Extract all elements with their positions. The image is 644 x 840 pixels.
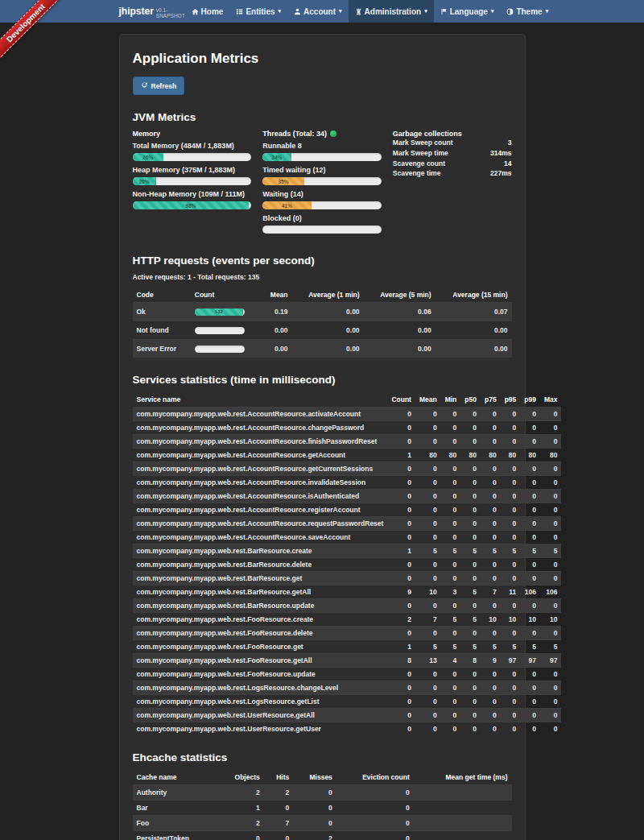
chevron-down-icon: ▾ <box>339 8 342 14</box>
chevron-down-icon: ▾ <box>424 8 427 14</box>
value-cell: 2 <box>264 785 293 801</box>
gc-value: 14 <box>504 159 511 169</box>
service-name: com.mycompany.myapp.web.rest.FooResource… <box>133 654 388 668</box>
value-cell: 0 <box>441 408 461 421</box>
value-cell: 0 <box>481 408 501 421</box>
value-cell: 0 <box>540 408 562 421</box>
value-cell: 0 <box>387 490 415 503</box>
value-cell <box>414 816 512 831</box>
column-header: p50 <box>460 392 481 408</box>
value-cell: 0 <box>441 681 461 695</box>
http-requests-title: HTTP requests (events per second) <box>133 254 512 267</box>
chevron-down-icon: ▾ <box>491 8 494 14</box>
value-cell: 0 <box>441 421 461 435</box>
value-cell: 80 <box>415 449 441 462</box>
service-name: com.mycompany.myapp.web.rest.AccountReso… <box>133 462 388 476</box>
value-cell: 5 <box>441 613 461 627</box>
value-cell: 0 <box>415 572 441 586</box>
refresh-label: Refresh <box>151 82 177 90</box>
value-cell: 0 <box>264 801 293 816</box>
service-row: com.mycompany.myapp.web.rest.AccountReso… <box>133 449 562 462</box>
service-row: com.mycompany.myapp.web.rest.FooResource… <box>133 613 562 627</box>
value-cell: 0.00 <box>436 340 512 358</box>
value-cell: 10 <box>540 613 562 627</box>
value-cell: 0 <box>460 490 481 503</box>
value-cell: 0.00 <box>364 340 436 358</box>
value-cell: 0 <box>460 722 481 736</box>
value-cell: 0 <box>460 681 481 695</box>
value-cell: 0 <box>520 709 540 722</box>
value-cell: 0 <box>481 462 501 476</box>
ehcache-statistics-table: Cache nameObjectsHitsMissesEviction coun… <box>133 770 512 840</box>
value-cell: 97 <box>501 654 521 668</box>
value-cell: 0 <box>540 722 562 736</box>
nav-item-home[interactable]: Home <box>185 0 230 23</box>
service-name: com.mycompany.myapp.web.rest.LogsResourc… <box>133 681 388 695</box>
value-cell: 0 <box>387 462 415 476</box>
service-name: com.mycompany.myapp.web.rest.AccountReso… <box>133 503 388 517</box>
value-cell: 0 <box>540 681 562 695</box>
brand[interactable]: jhipster v0.1-SNAPSHOT <box>119 0 185 23</box>
value-cell: 0 <box>520 408 540 421</box>
value-cell: 0 <box>387 531 415 544</box>
metric-label: Non-Heap Memory (109M / 111M) <box>133 190 252 198</box>
value-cell: 0 <box>501 627 521 640</box>
refresh-button[interactable]: Refresh <box>133 77 185 95</box>
nav-item-language[interactable]: Language▾ <box>434 0 501 23</box>
nav-item-entities[interactable]: Entities▾ <box>229 0 287 23</box>
value-cell: 0 <box>520 503 540 517</box>
value-cell: 0 <box>387 695 415 709</box>
value-cell: 80 <box>481 449 501 462</box>
value-cell: 80 <box>501 449 521 462</box>
value-cell: 0 <box>481 490 501 503</box>
value-cell <box>414 831 512 840</box>
column-header: Min <box>441 392 461 408</box>
cache-name: Foo <box>133 816 218 831</box>
progress-bar <box>195 327 245 334</box>
value-cell: 0 <box>387 599 415 613</box>
value-cell: 0 <box>415 408 441 421</box>
value-cell: 0 <box>520 421 540 435</box>
value-cell: 5 <box>481 640 501 654</box>
nav-item-account[interactable]: Account▾ <box>287 0 349 23</box>
value-cell <box>414 785 512 801</box>
cache-row: Bar1000 <box>133 801 512 816</box>
value-cell: 5 <box>441 640 461 654</box>
value-cell: 0.00 <box>261 340 291 358</box>
cache-name: Bar <box>133 801 218 816</box>
metric-label: Blocked (0) <box>262 214 382 222</box>
progress-label: 24% <box>271 155 282 160</box>
tower-icon <box>355 8 362 15</box>
value-cell: 0 <box>415 503 441 517</box>
value-cell: 0 <box>336 801 414 816</box>
thread-dump-icon[interactable] <box>330 130 336 137</box>
value-cell: 0 <box>540 421 562 435</box>
value-cell: 0 <box>441 695 461 709</box>
value-cell: 0 <box>520 695 540 709</box>
value-cell: 5 <box>460 640 481 654</box>
value-cell: 1 <box>387 449 415 462</box>
thread-metric: Timed waiting (12)35% <box>262 166 382 185</box>
value-cell: 0 <box>336 816 414 831</box>
value-cell: 0 <box>520 462 540 476</box>
http-header-row: CodeCountMeanAverage (1 min)Average (5 m… <box>133 288 512 303</box>
service-row: com.mycompany.myapp.web.rest.AccountReso… <box>133 462 562 476</box>
cache-name: Authority <box>133 785 218 801</box>
service-name: com.mycompany.myapp.web.rest.BarResource… <box>133 558 388 572</box>
service-name: com.mycompany.myapp.web.rest.UserResourc… <box>133 709 388 722</box>
value-cell: 2 <box>387 613 415 627</box>
column-header: Misses <box>293 770 336 785</box>
value-cell: 0 <box>415 435 441 449</box>
value-cell: 0 <box>540 668 562 681</box>
gc-column: Garbage collections Mark Sweep count3Mar… <box>393 130 512 238</box>
service-row: com.mycompany.myapp.web.rest.BarResource… <box>133 558 562 572</box>
value-cell: 1 <box>217 801 264 816</box>
value-cell: 0 <box>481 695 501 709</box>
cache-row: PersistentToken0020 <box>133 831 512 840</box>
value-cell: 0 <box>481 668 501 681</box>
nav-item-theme[interactable]: Theme▾ <box>500 0 555 23</box>
value-cell: 0 <box>441 503 461 517</box>
nav-item-administration[interactable]: Administration▾ <box>349 0 434 23</box>
gc-label: Mark Sweep time <box>393 148 448 159</box>
value-cell: 13 <box>415 654 441 668</box>
